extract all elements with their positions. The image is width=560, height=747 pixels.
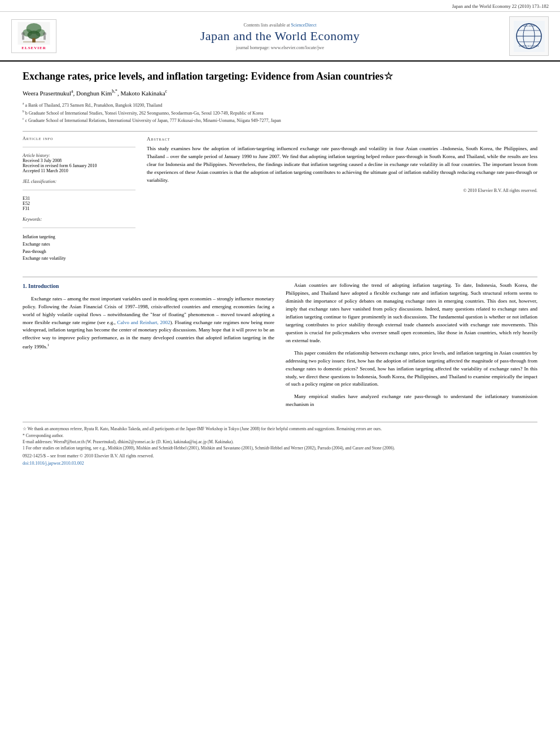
divider-1 bbox=[23, 131, 537, 132]
footnote-area: ☆ We thank an anonymous referee, Ryuta R… bbox=[23, 422, 537, 466]
accepted-date: Accepted 11 March 2010 bbox=[23, 168, 135, 173]
elsevier-logo: ELSEVIER bbox=[11, 19, 56, 53]
sciencedirect-line: Contents lists available at ScienceDirec… bbox=[56, 23, 504, 28]
article-history-block: Article info Article history: Received 3… bbox=[23, 136, 135, 173]
right-para-1: Asian countries are following the trend … bbox=[286, 282, 537, 345]
doi-link[interactable]: doi:10.1016/j.japwor.2010.03.002 bbox=[23, 461, 84, 466]
journal-header: ELSEVIER Contents lists available at Sci… bbox=[0, 12, 560, 62]
journal-main-title: Japan and the World Economy bbox=[56, 29, 504, 43]
journal-homepage: journal homepage: www.elsevier.com/locat… bbox=[56, 45, 504, 50]
footnote-email: E-mail addresses: WeeraP@bot.or.th (W. P… bbox=[23, 439, 537, 445]
right-para-2: This paper considers the relationship be… bbox=[286, 350, 537, 389]
keyword-3: Pass-through bbox=[23, 248, 135, 256]
calvo-reinhart-link[interactable]: Calvo and Reinhart, 2002 bbox=[117, 320, 170, 325]
revised-date: Received in revised form 6 January 2010 bbox=[23, 163, 135, 168]
citation-bar: Japan and the World Economy 22 (2010) 17… bbox=[0, 0, 560, 12]
author-donghun: Donghun Kim bbox=[76, 90, 112, 97]
keywords-divider bbox=[23, 228, 135, 228]
abstract-text: This study examines how the adoption of … bbox=[147, 145, 537, 185]
affiliation-b: b b Graduate School of International Stu… bbox=[23, 109, 537, 117]
abstract-title: Abstract bbox=[147, 136, 537, 142]
received-date: Received 3 July 2008 bbox=[23, 158, 135, 163]
author-sup-c: c bbox=[165, 89, 167, 94]
keyword-1: Inflation targeting bbox=[23, 234, 135, 241]
svg-point-9 bbox=[43, 32, 46, 36]
authors-line: Weera Prasertnukula, Donghun Kimb,*, Mak… bbox=[23, 89, 537, 97]
journal-logo-icon: Japan and the WORLD ECONOMY bbox=[514, 21, 545, 52]
history-label: Article history: bbox=[23, 153, 135, 158]
copyright-line: © 2010 Elsevier B.V. All rights reserved… bbox=[147, 188, 537, 193]
author-sup-a: a bbox=[71, 89, 73, 94]
svg-point-7 bbox=[21, 32, 25, 36]
journal-logo-right: Japan and the WORLD ECONOMY bbox=[504, 16, 549, 56]
jel-label: JEL classification: bbox=[23, 179, 135, 184]
footnote-corresponding: * Corresponding author. bbox=[23, 433, 537, 439]
svg-point-4 bbox=[28, 30, 41, 39]
author-makoto: Makoto Kakinaka bbox=[120, 90, 165, 97]
journal-logo-box: Japan and the WORLD ECONOMY bbox=[509, 16, 549, 56]
contents-label: Contents lists available at bbox=[244, 23, 290, 28]
author-weera: Weera Prasertnukul bbox=[23, 90, 71, 97]
footnote-1: 1 For other studies on inflation targeti… bbox=[23, 445, 537, 451]
affiliation-a: a a Bank of Thailand, 273 Samsen Rd., Pr… bbox=[23, 101, 537, 109]
keyword-list: Inflation targeting Exchange rates Pass-… bbox=[23, 234, 135, 263]
keyword-4: Exchange rate volatility bbox=[23, 255, 135, 263]
jel-f31: F31 bbox=[23, 206, 135, 211]
svg-text:WORLD ECONOMY: WORLD ECONOMY bbox=[519, 45, 539, 47]
footnote-star: ☆ We thank an anonymous referee, Ryuta R… bbox=[23, 426, 537, 432]
svg-rect-8 bbox=[22, 36, 24, 40]
intro-heading: 1. Introduction bbox=[23, 282, 274, 291]
sciencedirect-link[interactable]: ScienceDirect bbox=[291, 23, 317, 28]
info-abstract-section: Article info Article history: Received 3… bbox=[23, 136, 537, 268]
article-info-col: Article info Article history: Received 3… bbox=[23, 136, 135, 268]
main-content: Exchange rates, price levels, and inflat… bbox=[0, 62, 560, 474]
elsevier-brand: ELSEVIER bbox=[21, 46, 46, 50]
info-divider bbox=[23, 147, 135, 147]
affiliation-c: c c Graduate School of International Rel… bbox=[23, 116, 537, 124]
jel-e52: E52 bbox=[23, 201, 135, 206]
author-sup-b: b,* bbox=[112, 89, 117, 94]
divider-2 bbox=[23, 277, 537, 277]
svg-rect-6 bbox=[23, 41, 45, 42]
keywords-label: Keywords: bbox=[23, 217, 135, 222]
body-columns: 1. Introduction Exchange rates – among t… bbox=[23, 282, 537, 413]
page: Japan and the World Economy 22 (2010) 17… bbox=[0, 0, 560, 474]
elsevier-tree-icon bbox=[17, 22, 51, 45]
svg-text:Japan and the: Japan and the bbox=[523, 24, 535, 27]
doi-line: doi:10.1016/j.japwor.2010.03.002 bbox=[23, 461, 537, 466]
intro-para-1: Exchange rates – among the most importan… bbox=[23, 295, 274, 352]
jel-e31: E31 bbox=[23, 196, 135, 201]
journal-title-area: Contents lists available at ScienceDirec… bbox=[56, 23, 504, 50]
svg-rect-10 bbox=[43, 36, 46, 40]
jel-block: JEL classification: E31 E52 F31 bbox=[23, 179, 135, 211]
right-para-3: Many empirical studies have analyzed exc… bbox=[286, 393, 537, 409]
citation-text: Japan and the World Economy 22 (2010) 17… bbox=[452, 3, 549, 9]
issn-line: 0922-1425/$ – see front matter © 2010 El… bbox=[23, 453, 537, 458]
body-col-left: 1. Introduction Exchange rates – among t… bbox=[23, 282, 274, 413]
keywords-block: Keywords: Inflation targeting Exchange r… bbox=[23, 217, 135, 263]
article-title: Exchange rates, price levels, and inflat… bbox=[23, 70, 537, 83]
article-info-title: Article info bbox=[23, 136, 135, 141]
body-col-right: Asian countries are following the trend … bbox=[286, 282, 537, 413]
jel-divider bbox=[23, 190, 135, 190]
keyword-2: Exchange rates bbox=[23, 241, 135, 248]
affiliations: a a Bank of Thailand, 273 Samsen Rd., Pr… bbox=[23, 101, 537, 124]
abstract-col: Abstract This study examines how the ado… bbox=[147, 136, 537, 268]
